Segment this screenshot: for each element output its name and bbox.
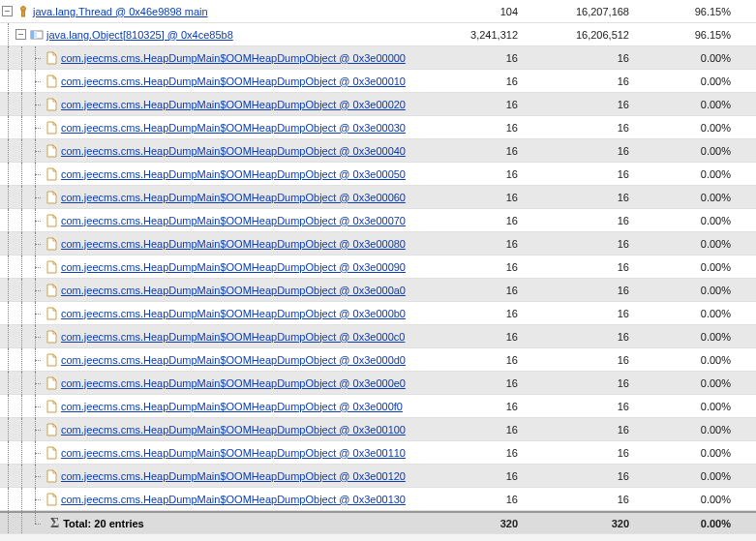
row-name-cell: com.jeecms.cms.HeapDumpMain$OOMHeapDumpO… <box>0 348 450 372</box>
size-cell: 16 <box>450 75 528 87</box>
table-row[interactable]: com.jeecms.cms.HeapDumpMain$OOMHeapDumpO… <box>0 488 756 511</box>
object-link[interactable]: com.jeecms.cms.HeapDumpMain$OOMHeapDumpO… <box>61 261 406 273</box>
size-cell: 16 <box>528 494 639 505</box>
size-cell: 16 <box>528 447 639 459</box>
size-cell: 16 <box>528 401 639 412</box>
size-cell: 16 <box>450 354 528 366</box>
table-row[interactable]: com.jeecms.cms.HeapDumpMain$OOMHeapDumpO… <box>0 139 756 163</box>
table-row[interactable]: com.jeecms.cms.HeapDumpMain$OOMHeapDumpO… <box>0 232 756 255</box>
row-name-cell: com.jeecms.cms.HeapDumpMain$OOMHeapDumpO… <box>0 325 450 348</box>
percentage-cell: 0.00% <box>639 377 750 389</box>
percentage-cell: 0.00% <box>639 401 750 412</box>
table-row[interactable]: com.jeecms.cms.HeapDumpMain$OOMHeapDumpO… <box>0 441 756 465</box>
row-name-cell: –java.lang.Thread @ 0x46e9898 main <box>0 5 450 18</box>
object-link[interactable]: com.jeecms.cms.HeapDumpMain$OOMHeapDumpO… <box>61 75 406 87</box>
size-cell: 16 <box>528 52 639 64</box>
percentage-cell: 0.00% <box>639 261 750 273</box>
table-row[interactable]: com.jeecms.cms.HeapDumpMain$OOMHeapDumpO… <box>0 348 756 372</box>
row-name-cell: com.jeecms.cms.HeapDumpMain$OOMHeapDumpO… <box>0 418 450 441</box>
size-cell: 16 <box>528 308 639 319</box>
object-link[interactable]: com.jeecms.cms.HeapDumpMain$OOMHeapDumpO… <box>61 424 406 436</box>
row-name-cell: com.jeecms.cms.HeapDumpMain$OOMHeapDumpO… <box>0 441 450 465</box>
object-icon <box>45 376 58 390</box>
row-name-cell: com.jeecms.cms.HeapDumpMain$OOMHeapDumpO… <box>0 70 450 93</box>
sigma-icon: Σ <box>50 516 59 531</box>
row-name-cell: com.jeecms.cms.HeapDumpMain$OOMHeapDumpO… <box>0 279 450 302</box>
object-link[interactable]: com.jeecms.cms.HeapDumpMain$OOMHeapDumpO… <box>61 145 406 157</box>
percentage-cell: 0.00% <box>639 424 750 436</box>
thread-icon <box>16 5 30 18</box>
object-link[interactable]: com.jeecms.cms.HeapDumpMain$OOMHeapDumpO… <box>61 377 406 389</box>
table-row[interactable]: –java.lang.Thread @ 0x46e9898 main10416,… <box>0 0 756 23</box>
size-cell: 16,207,168 <box>528 6 639 17</box>
object-icon <box>45 260 58 274</box>
object-link[interactable]: com.jeecms.cms.HeapDumpMain$OOMHeapDumpO… <box>61 168 406 180</box>
object-icon <box>45 307 58 320</box>
total-row: ΣTotal: 20 entries3203200.00% <box>0 511 756 534</box>
size-cell: 16 <box>450 447 528 459</box>
expander-icon[interactable]: – <box>15 29 26 40</box>
object-link[interactable]: java.lang.Object[810325] @ 0x4ce85b8 <box>46 29 233 41</box>
object-link[interactable]: com.jeecms.cms.HeapDumpMain$OOMHeapDumpO… <box>61 354 406 366</box>
size-cell: 16 <box>528 192 639 203</box>
object-link[interactable]: com.jeecms.cms.HeapDumpMain$OOMHeapDumpO… <box>61 192 406 203</box>
object-link[interactable]: com.jeecms.cms.HeapDumpMain$OOMHeapDumpO… <box>61 494 406 505</box>
object-icon <box>45 423 58 436</box>
object-icon <box>45 493 58 506</box>
size-cell: 16 <box>528 145 639 157</box>
percentage-cell: 0.00% <box>639 52 750 64</box>
object-link[interactable]: com.jeecms.cms.HeapDumpMain$OOMHeapDumpO… <box>61 122 406 134</box>
object-link[interactable]: com.jeecms.cms.HeapDumpMain$OOMHeapDumpO… <box>61 52 406 64</box>
object-link[interactable]: com.jeecms.cms.HeapDumpMain$OOMHeapDumpO… <box>61 331 405 343</box>
table-row[interactable]: –java.lang.Object[810325] @ 0x4ce85b83,2… <box>0 23 756 46</box>
table-row[interactable]: com.jeecms.cms.HeapDumpMain$OOMHeapDumpO… <box>0 209 756 232</box>
object-icon <box>45 446 58 460</box>
row-name-cell: com.jeecms.cms.HeapDumpMain$OOMHeapDumpO… <box>0 93 450 116</box>
table-row[interactable]: com.jeecms.cms.HeapDumpMain$OOMHeapDumpO… <box>0 70 756 93</box>
object-link[interactable]: com.jeecms.cms.HeapDumpMain$OOMHeapDumpO… <box>61 215 406 226</box>
object-icon <box>45 51 58 65</box>
heap-tree-table: –java.lang.Thread @ 0x46e9898 main10416,… <box>0 0 756 534</box>
object-link[interactable]: com.jeecms.cms.HeapDumpMain$OOMHeapDumpO… <box>61 285 406 296</box>
percentage-cell: 0.00% <box>639 145 750 157</box>
size-cell: 16 <box>450 424 528 436</box>
object-link[interactable]: com.jeecms.cms.HeapDumpMain$OOMHeapDumpO… <box>61 401 403 412</box>
object-icon <box>45 469 58 483</box>
size-cell: 16 <box>528 424 639 436</box>
object-link[interactable]: com.jeecms.cms.HeapDumpMain$OOMHeapDumpO… <box>61 447 406 459</box>
svg-rect-1 <box>22 11 25 16</box>
table-row[interactable]: com.jeecms.cms.HeapDumpMain$OOMHeapDumpO… <box>0 186 756 209</box>
object-link[interactable]: com.jeecms.cms.HeapDumpMain$OOMHeapDumpO… <box>61 470 406 482</box>
object-link[interactable]: com.jeecms.cms.HeapDumpMain$OOMHeapDumpO… <box>61 308 406 319</box>
size-cell: 16 <box>528 238 639 250</box>
table-row[interactable]: com.jeecms.cms.HeapDumpMain$OOMHeapDumpO… <box>0 46 756 70</box>
total-size: 320 <box>450 518 528 529</box>
percentage-cell: 0.00% <box>639 470 750 482</box>
row-name-cell: com.jeecms.cms.HeapDumpMain$OOMHeapDumpO… <box>0 186 450 209</box>
table-row[interactable]: com.jeecms.cms.HeapDumpMain$OOMHeapDumpO… <box>0 325 756 348</box>
size-cell: 16 <box>528 99 639 110</box>
object-link[interactable]: com.jeecms.cms.HeapDumpMain$OOMHeapDumpO… <box>61 99 406 110</box>
expander-icon[interactable]: – <box>2 6 13 16</box>
table-row[interactable]: com.jeecms.cms.HeapDumpMain$OOMHeapDumpO… <box>0 302 756 325</box>
table-row[interactable]: com.jeecms.cms.HeapDumpMain$OOMHeapDumpO… <box>0 93 756 116</box>
size-cell: 16,206,512 <box>528 29 639 41</box>
row-name-cell: com.jeecms.cms.HeapDumpMain$OOMHeapDumpO… <box>0 488 450 511</box>
object-icon <box>45 237 58 251</box>
table-row[interactable]: com.jeecms.cms.HeapDumpMain$OOMHeapDumpO… <box>0 279 756 302</box>
row-name-cell: com.jeecms.cms.HeapDumpMain$OOMHeapDumpO… <box>0 302 450 325</box>
table-row[interactable]: com.jeecms.cms.HeapDumpMain$OOMHeapDumpO… <box>0 255 756 279</box>
size-cell: 3,241,312 <box>450 29 528 41</box>
table-row[interactable]: com.jeecms.cms.HeapDumpMain$OOMHeapDumpO… <box>0 372 756 395</box>
table-row[interactable]: com.jeecms.cms.HeapDumpMain$OOMHeapDumpO… <box>0 163 756 186</box>
object-link[interactable]: java.lang.Thread @ 0x46e9898 main <box>33 6 208 17</box>
percentage-cell: 0.00% <box>639 494 750 505</box>
table-row[interactable]: com.jeecms.cms.HeapDumpMain$OOMHeapDumpO… <box>0 395 756 418</box>
table-row[interactable]: com.jeecms.cms.HeapDumpMain$OOMHeapDumpO… <box>0 116 756 139</box>
size-cell: 16 <box>450 308 528 319</box>
object-link[interactable]: com.jeecms.cms.HeapDumpMain$OOMHeapDumpO… <box>61 238 406 250</box>
object-icon <box>45 98 58 111</box>
size-cell: 16 <box>450 285 528 296</box>
table-row[interactable]: com.jeecms.cms.HeapDumpMain$OOMHeapDumpO… <box>0 418 756 441</box>
table-row[interactable]: com.jeecms.cms.HeapDumpMain$OOMHeapDumpO… <box>0 465 756 488</box>
